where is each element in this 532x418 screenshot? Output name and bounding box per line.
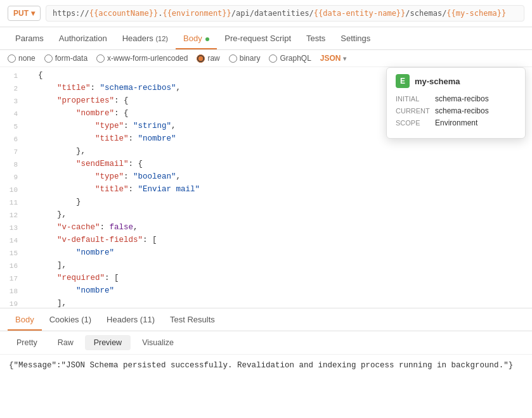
method-label: PUT bbox=[13, 9, 29, 18]
bottom-tab-body[interactable]: Body bbox=[8, 308, 42, 331]
code-line-11: 11 } bbox=[0, 196, 532, 209]
resp-tab-pretty[interactable]: Pretty bbox=[8, 335, 46, 350]
tooltip-icon-letter: E bbox=[400, 77, 405, 86]
url-plain-3: /api/dataentities/ bbox=[231, 9, 314, 18]
response-format-row: Pretty Raw Preview Visualize bbox=[0, 331, 532, 355]
tab-settings[interactable]: Settings bbox=[333, 27, 378, 49]
code-line-19: 19 ], bbox=[0, 298, 532, 308]
url-bar: PUT ▾ https://{{accountName}}.{{environm… bbox=[0, 0, 532, 27]
main-content: 1 { 2 "title": "schema-recibos", 3 "prop… bbox=[0, 67, 532, 308]
code-line-18: 18 "nombre" bbox=[0, 285, 532, 298]
tab-settings-label: Settings bbox=[341, 34, 370, 43]
code-line-12: 12 }, bbox=[0, 209, 532, 222]
tooltip-title: my-schema bbox=[415, 77, 460, 86]
variable-tooltip: E my-schema INITIAL schema-recibos CURRE… bbox=[386, 67, 526, 139]
tooltip-row-initial: INITIAL schema-recibos bbox=[396, 94, 516, 103]
tooltip-row-current: CURRENT schema-recibos bbox=[396, 106, 516, 115]
format-urlencoded[interactable]: x-www-form-urlencoded bbox=[96, 54, 188, 63]
tab-headers-label: Headers (12) bbox=[122, 34, 168, 43]
tab-headers[interactable]: Headers (12) bbox=[115, 27, 176, 49]
tab-authorization[interactable]: Authorization bbox=[51, 27, 115, 49]
tab-params-label: Params bbox=[15, 34, 44, 43]
bottom-tab-testresults-label: Test Results bbox=[170, 315, 215, 324]
tab-tests-label: Tests bbox=[306, 34, 325, 43]
tooltip-value-scope: Environment bbox=[435, 118, 477, 127]
format-none[interactable]: none bbox=[8, 54, 36, 63]
url-plain-1: https:// bbox=[53, 9, 89, 18]
response-body: {"Message":"JSON Schema persisted succes… bbox=[0, 355, 532, 376]
tooltip-row-scope: SCOPE Environment bbox=[396, 118, 516, 127]
tab-prerequest[interactable]: Pre-request Script bbox=[217, 27, 299, 49]
code-line-17: 17 "required": [ bbox=[0, 272, 532, 285]
tooltip-value-current: schema-recibos bbox=[435, 106, 489, 115]
tooltip-label-scope: SCOPE bbox=[396, 118, 435, 127]
resp-tab-preview-label: Preview bbox=[94, 338, 122, 347]
tooltip-header: E my-schema bbox=[396, 74, 516, 88]
code-line-14: 14 "v-default-fields": [ bbox=[0, 234, 532, 247]
url-var-entity: {{data-entity-name}} bbox=[314, 9, 406, 18]
format-row: none form-data x-www-form-urlencoded raw… bbox=[0, 50, 532, 67]
format-raw[interactable]: raw bbox=[197, 54, 219, 63]
resp-tab-visualize[interactable]: Visualize bbox=[133, 335, 183, 350]
resp-tab-raw[interactable]: Raw bbox=[49, 335, 82, 350]
tooltip-value-initial: schema-recibos bbox=[435, 94, 489, 103]
code-line-8: 8 "sendEmail": { bbox=[0, 158, 532, 171]
resp-tab-visualize-label: Visualize bbox=[142, 338, 174, 347]
json-chevron-icon: ▾ bbox=[343, 55, 346, 62]
bottom-section: Body Cookies (1) Headers (11) Test Resul… bbox=[0, 308, 532, 376]
bottom-tab-cookies-label: Cookies (1) bbox=[49, 315, 91, 324]
bottom-tab-cookies[interactable]: Cookies (1) bbox=[42, 308, 99, 331]
bottom-tab-body-label: Body bbox=[15, 315, 34, 324]
code-line-15: 15 "nombre" bbox=[0, 247, 532, 260]
tab-body[interactable]: Body bbox=[176, 27, 217, 49]
tab-authorization-label: Authorization bbox=[59, 34, 107, 43]
code-line-7: 7 }, bbox=[0, 146, 532, 158]
bottom-tabs: Body Cookies (1) Headers (11) Test Resul… bbox=[0, 308, 532, 331]
format-binary[interactable]: binary bbox=[229, 54, 261, 63]
url-var-env: {{environment}} bbox=[162, 9, 231, 18]
bottom-tab-testresults[interactable]: Test Results bbox=[162, 308, 223, 331]
tab-body-label: Body bbox=[183, 34, 209, 43]
tooltip-label-current: CURRENT bbox=[396, 106, 435, 115]
format-json-selector[interactable]: JSON ▾ bbox=[320, 54, 346, 63]
url-var-account: {{accountName}} bbox=[89, 9, 158, 18]
resp-tab-raw-label: Raw bbox=[58, 338, 74, 347]
tab-prerequest-label: Pre-request Script bbox=[224, 34, 291, 43]
resp-tab-preview[interactable]: Preview bbox=[85, 335, 131, 350]
bottom-tab-headers-label: Headers (11) bbox=[107, 315, 155, 324]
format-formdata[interactable]: form-data bbox=[44, 54, 88, 63]
method-chevron: ▾ bbox=[31, 9, 35, 18]
code-line-9: 9 "type": "boolean", bbox=[0, 171, 532, 184]
main-tabs: Params Authorization Headers (12) Body P… bbox=[0, 27, 532, 50]
tab-params[interactable]: Params bbox=[8, 27, 51, 49]
code-line-16: 16 ], bbox=[0, 260, 532, 272]
url-plain-4: /schemas/ bbox=[405, 9, 446, 18]
code-line-10: 10 "title": "Enviar mail" bbox=[0, 184, 532, 196]
code-line-13: 13 "v-cache": false, bbox=[0, 222, 532, 234]
method-selector[interactable]: PUT ▾ bbox=[8, 6, 41, 21]
format-graphql[interactable]: GraphQL bbox=[269, 54, 311, 63]
tooltip-env-icon: E bbox=[396, 74, 410, 88]
tab-tests[interactable]: Tests bbox=[299, 27, 333, 49]
url-input[interactable]: https://{{accountName}}.{{environment}}/… bbox=[46, 5, 524, 22]
response-text: {"Message":"JSON Schema persisted succes… bbox=[9, 361, 513, 370]
bottom-tab-headers[interactable]: Headers (11) bbox=[99, 308, 162, 331]
url-var-schema: {{my-schema}} bbox=[446, 9, 506, 18]
tooltip-label-initial: INITIAL bbox=[396, 94, 435, 103]
resp-tab-pretty-label: Pretty bbox=[16, 338, 37, 347]
